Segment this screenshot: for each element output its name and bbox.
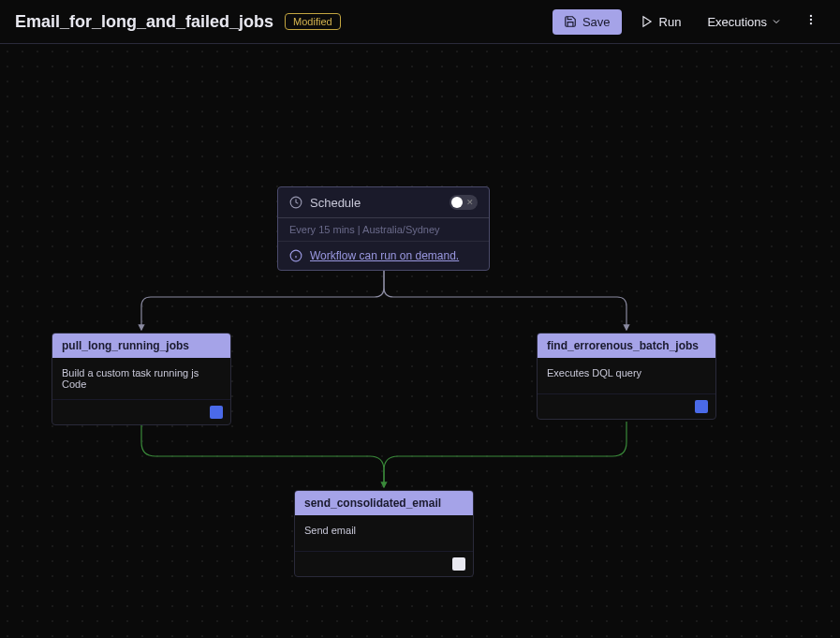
toggle-off-icon: ✕ — [466, 198, 474, 207]
svg-marker-0 — [642, 17, 650, 27]
task-description: Executes DQL query — [538, 358, 715, 393]
info-icon — [289, 249, 302, 262]
modified-badge: Modified — [285, 13, 341, 30]
task-footer — [52, 399, 230, 424]
task-description: Send email — [295, 515, 473, 551]
header-left: Email_for_long_and_failed_jobs Modified — [15, 12, 341, 32]
task-node-pull-long-running-jobs[interactable]: pull_long_running_jobs Build a custom ta… — [52, 333, 231, 425]
task-footer — [295, 551, 473, 576]
task-header: find_errorenous_batch_jobs — [538, 334, 715, 358]
save-button[interactable]: Save — [553, 9, 622, 35]
header: Email_for_long_and_failed_jobs Modified … — [0, 0, 840, 44]
executions-label: Executions — [707, 15, 767, 29]
trigger-info: Workflow can run on demand. — [278, 242, 489, 270]
trigger-header: Schedule ✕ — [278, 187, 489, 218]
save-icon — [564, 15, 577, 28]
clock-icon — [289, 196, 302, 209]
task-node-find-erroneous-batch-jobs[interactable]: find_errorenous_batch_jobs Executes DQL … — [537, 333, 716, 420]
schedule-toggle[interactable]: ✕ — [449, 195, 478, 210]
task-header: send_consolidated_email — [295, 491, 473, 515]
play-icon — [641, 15, 654, 28]
trigger-title-text: Schedule — [310, 196, 361, 210]
run-button[interactable]: Run — [629, 9, 693, 35]
more-menu-button[interactable] — [797, 6, 825, 37]
trigger-node-schedule[interactable]: Schedule ✕ Every 15 mins | Australia/Syd… — [277, 186, 490, 271]
code-icon — [210, 406, 223, 419]
dots-vertical-icon — [804, 13, 818, 26]
workflow-title: Email_for_long_and_failed_jobs — [15, 12, 273, 32]
svg-point-2 — [810, 19, 812, 21]
header-right: Save Run Executions — [553, 6, 825, 37]
on-demand-link[interactable]: Workflow can run on demand. — [310, 249, 459, 262]
trigger-title-row: Schedule — [289, 196, 361, 210]
query-icon — [695, 400, 708, 413]
task-node-send-consolidated-email[interactable]: send_consolidated_email Send email — [294, 490, 474, 577]
save-label: Save — [582, 15, 611, 29]
task-footer — [538, 393, 715, 419]
chevron-down-icon — [771, 16, 782, 27]
workflow-canvas[interactable]: Schedule ✕ Every 15 mins | Australia/Syd… — [0, 44, 840, 638]
toggle-knob — [451, 197, 463, 208]
task-header: pull_long_running_jobs — [52, 334, 230, 358]
svg-point-3 — [810, 22, 812, 24]
task-description: Build a custom task running js Code — [52, 358, 230, 399]
run-label: Run — [659, 15, 682, 29]
svg-point-1 — [810, 15, 812, 17]
trigger-subtitle: Every 15 mins | Australia/Sydney — [278, 218, 489, 242]
executions-dropdown[interactable]: Executions — [700, 9, 789, 35]
email-icon — [452, 557, 465, 571]
